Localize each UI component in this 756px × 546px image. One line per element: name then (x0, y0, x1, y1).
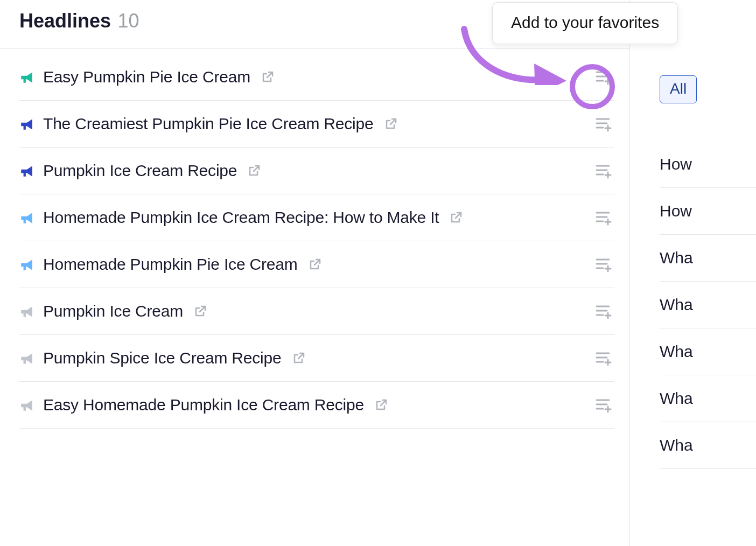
headline-row: Pumpkin Spice Ice Cream Recipe (19, 335, 614, 382)
external-link-icon[interactable] (261, 71, 274, 83)
add-favorite-icon[interactable] (595, 396, 612, 414)
external-link-icon[interactable] (375, 398, 388, 411)
tooltip-text: Add to your favorites (511, 13, 659, 31)
headline-row: Pumpkin Ice Cream (19, 288, 614, 335)
add-favorite-icon[interactable] (595, 256, 612, 273)
bullhorn-icon (19, 164, 33, 178)
headline-title: Homemade Pumpkin Ice Cream Recipe: How t… (43, 208, 439, 227)
add-favorite-icon[interactable] (595, 162, 612, 179)
add-favorite-icon[interactable] (595, 303, 612, 320)
questions-list-item[interactable]: Wha (660, 422, 756, 469)
questions-list-item[interactable]: Wha (660, 235, 756, 282)
headline-title: Homemade Pumpkin Pie Ice Cream (43, 255, 298, 274)
headlines-count: 10 (118, 10, 139, 32)
headline-row: Homemade Pumpkin Ice Cream Recipe: How t… (19, 194, 614, 241)
questions-list-item[interactable]: Wha (660, 328, 756, 375)
headline-row: Easy Homemade Pumpkin Ice Cream Recipe (19, 382, 614, 429)
add-favorite-icon[interactable] (595, 68, 612, 86)
headline-title: Pumpkin Spice Ice Cream Recipe (43, 348, 282, 368)
add-favorite-icon[interactable] (595, 209, 612, 226)
headline-title: The Creamiest Pumpkin Pie Ice Cream Reci… (43, 114, 374, 134)
add-favorite-icon[interactable] (595, 115, 612, 132)
bullhorn-icon (19, 351, 33, 365)
page-title: Headlines (19, 10, 111, 32)
external-link-icon[interactable] (309, 258, 321, 271)
headline-title: Easy Homemade Pumpkin Ice Cream Recipe (43, 395, 364, 415)
headline-row: Homemade Pumpkin Pie Ice Cream (19, 241, 614, 288)
headline-title: Easy Pumpkin Pie Ice Cream (43, 67, 250, 87)
external-link-icon[interactable] (248, 164, 261, 177)
external-link-icon[interactable] (194, 305, 207, 318)
headline-title: Pumpkin Ice Cream (43, 302, 183, 321)
questions-list-item[interactable]: How (660, 188, 756, 235)
headlines-list: Easy Pumpkin Pie Ice CreamThe Creamiest … (0, 49, 629, 429)
bullhorn-icon (19, 211, 33, 225)
bullhorn-icon (19, 304, 33, 318)
questions-list-item[interactable]: How (660, 141, 756, 188)
external-link-icon[interactable] (292, 352, 305, 365)
bullhorn-icon (19, 257, 33, 271)
questions-list-item[interactable]: Wha (660, 282, 756, 328)
headline-row: The Creamiest Pumpkin Pie Ice Cream Reci… (19, 101, 614, 148)
bullhorn-icon (19, 117, 33, 131)
filter-all-button[interactable]: All (660, 75, 697, 103)
add-favorite-icon[interactable] (595, 349, 612, 367)
questions-list-item[interactable]: Wha (660, 375, 756, 422)
headline-row: Pumpkin Ice Cream Recipe (19, 148, 614, 194)
external-link-icon[interactable] (450, 211, 463, 224)
bullhorn-icon (19, 398, 33, 412)
questions-list: HowHowWhaWhaWhaWhaWha (660, 141, 756, 469)
external-link-icon[interactable] (384, 117, 397, 130)
headline-row: Easy Pumpkin Pie Ice Cream (19, 63, 614, 101)
bullhorn-icon (19, 70, 33, 84)
favorites-tooltip: Add to your favorites (492, 2, 678, 44)
headline-title: Pumpkin Ice Cream Recipe (43, 161, 237, 180)
